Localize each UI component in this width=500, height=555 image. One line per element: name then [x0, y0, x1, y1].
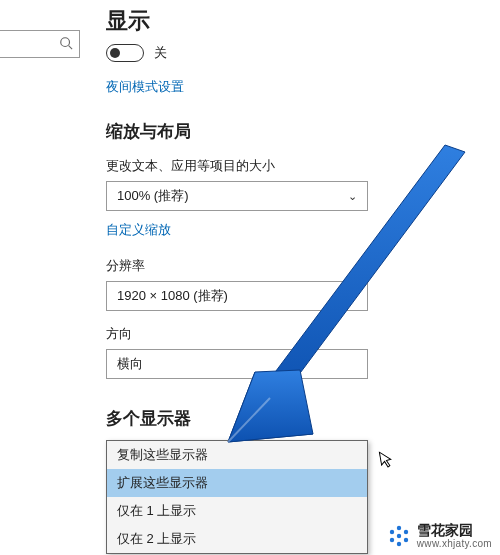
- chevron-down-icon: ⌄: [348, 290, 357, 303]
- search-icon: [59, 36, 73, 53]
- watermark: 雪花家园 www.xhjaty.com: [387, 523, 492, 549]
- resolution-value: 1920 × 1080 (推荐): [117, 287, 228, 305]
- night-mode-settings-link[interactable]: 夜间模式设置: [106, 78, 184, 96]
- custom-scale-link[interactable]: 自定义缩放: [106, 221, 171, 239]
- svg-point-3: [404, 530, 408, 534]
- night-mode-toggle[interactable]: [106, 44, 144, 62]
- svg-point-7: [390, 530, 394, 534]
- dropdown-option-extend[interactable]: 扩展这些显示器: [107, 469, 367, 497]
- toggle-state-label: 关: [154, 44, 167, 62]
- search-input[interactable]: [0, 30, 80, 58]
- toggle-knob: [110, 48, 120, 58]
- svg-point-5: [397, 542, 401, 546]
- svg-point-6: [390, 538, 394, 542]
- multi-monitor-dropdown[interactable]: 复制这些显示器 扩展这些显示器 仅在 1 上显示 仅在 2 上显示: [106, 440, 368, 554]
- text-size-label: 更改文本、应用等项目的大小: [106, 157, 396, 175]
- svg-line-1: [69, 46, 73, 50]
- dropdown-option-only2[interactable]: 仅在 2 上显示: [107, 525, 367, 553]
- chevron-down-icon: ⌄: [348, 190, 357, 203]
- resolution-select[interactable]: 1920 × 1080 (推荐) ⌄: [106, 281, 368, 311]
- resolution-label: 分辨率: [106, 257, 396, 275]
- watermark-logo-icon: [387, 524, 411, 548]
- scale-layout-heading: 缩放与布局: [106, 120, 396, 143]
- page-title: 显示: [106, 6, 396, 36]
- svg-point-0: [61, 38, 70, 47]
- dropdown-option-duplicate[interactable]: 复制这些显示器: [107, 441, 367, 469]
- svg-point-2: [397, 526, 401, 530]
- orientation-value: 横向: [117, 355, 143, 373]
- text-size-value: 100% (推荐): [117, 187, 189, 205]
- dropdown-option-only1[interactable]: 仅在 1 上显示: [107, 497, 367, 525]
- watermark-url: www.xhjaty.com: [417, 538, 492, 549]
- text-size-select[interactable]: 100% (推荐) ⌄: [106, 181, 368, 211]
- svg-point-4: [404, 538, 408, 542]
- orientation-select[interactable]: 横向: [106, 349, 368, 379]
- multi-monitor-heading: 多个显示器: [106, 407, 396, 430]
- svg-point-8: [397, 534, 401, 538]
- watermark-brand: 雪花家园: [417, 523, 492, 538]
- orientation-label: 方向: [106, 325, 396, 343]
